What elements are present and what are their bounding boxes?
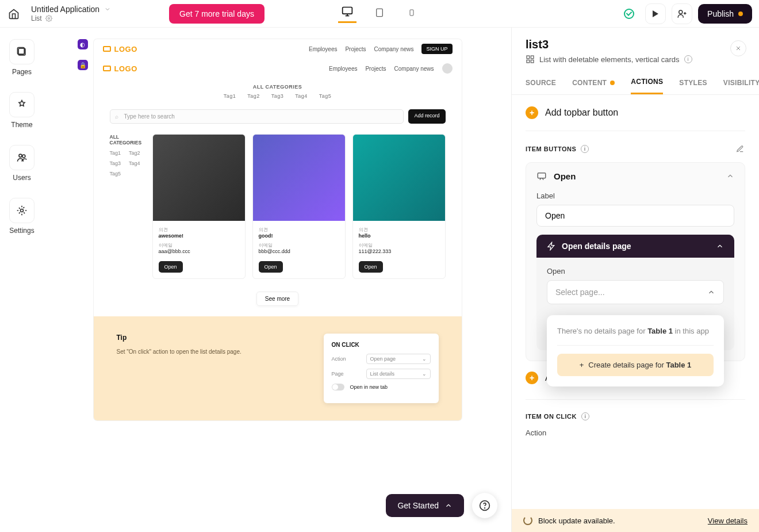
private-page-chip-icon[interactable]: 🔒 bbox=[78, 60, 88, 70]
svg-rect-22 bbox=[538, 173, 546, 178]
all-categories-label: ALL CATEGORIES bbox=[94, 84, 462, 90]
close-icon bbox=[735, 45, 742, 52]
tag[interactable]: Tag1 bbox=[224, 93, 236, 99]
status-ok-button[interactable] bbox=[619, 3, 639, 24]
sidebar-tag[interactable]: Tag5 bbox=[110, 171, 144, 177]
desktop-icon bbox=[342, 6, 353, 17]
search-input[interactable]: ⌕ Type here to search bbox=[110, 109, 404, 124]
tip-action-select[interactable]: Open page⌄ bbox=[366, 354, 431, 364]
publish-button[interactable]: Publish bbox=[698, 4, 752, 24]
play-button[interactable] bbox=[645, 3, 666, 24]
card-open-button[interactable]: Open bbox=[359, 261, 383, 273]
signup-button[interactable]: SIGN UP bbox=[421, 44, 452, 54]
breadcrumb[interactable]: List bbox=[31, 14, 146, 22]
dropdown-empty-text: There's no details page for Table 1 in t… bbox=[557, 326, 714, 346]
tip-newtab-toggle[interactable] bbox=[332, 384, 344, 391]
list-card[interactable]: 의견 awesome! 이메일 aaa@bbb.ccc Open bbox=[152, 134, 246, 279]
list-card[interactable]: 의견 hello 이메일 111@222.333 Open bbox=[352, 134, 446, 279]
tag[interactable]: Tag5 bbox=[319, 93, 332, 99]
public-page-chip-icon[interactable]: ◐ bbox=[78, 39, 88, 49]
list-card[interactable]: 의견 good! 이메일 bbb@ccc.ddd Open bbox=[252, 134, 346, 279]
preview-canvas[interactable]: ◐ LOGO Employees Projects Company news S… bbox=[94, 39, 462, 420]
device-switcher bbox=[338, 5, 421, 23]
select-placeholder: Select page... bbox=[555, 288, 605, 297]
app-title: Untitled Application bbox=[31, 5, 99, 14]
card-field-value: hello bbox=[359, 233, 439, 239]
panel-body: + Add topbar button ITEM BUTTONS i Open bbox=[512, 95, 759, 532]
open-details-header[interactable]: Open details page bbox=[536, 235, 734, 258]
tab-visibility[interactable]: VISIBILITY bbox=[723, 71, 759, 94]
nav-theme[interactable]: Theme bbox=[9, 92, 34, 129]
close-panel-button[interactable] bbox=[730, 40, 746, 56]
tab-content[interactable]: CONTENT bbox=[572, 71, 615, 94]
trial-button[interactable]: Get 7 more trial days bbox=[169, 4, 264, 24]
see-more-button[interactable]: See more bbox=[256, 292, 298, 306]
device-desktop-button[interactable] bbox=[338, 5, 356, 23]
app-title-row[interactable]: Untitled Application bbox=[31, 5, 146, 14]
info-icon[interactable]: i bbox=[684, 55, 692, 63]
sidebar-tag[interactable]: Tag3 bbox=[110, 160, 121, 166]
get-started-button[interactable]: Get Started bbox=[386, 494, 464, 517]
card-field-label: 이메일 bbox=[159, 242, 239, 248]
card-open-button[interactable]: Open bbox=[159, 261, 183, 273]
tag[interactable]: Tag2 bbox=[247, 93, 260, 99]
add-topbar-label: Add topbar button bbox=[545, 108, 618, 118]
preview-header-private: LOGO Employees Projects Company news bbox=[94, 59, 462, 78]
view-details-link[interactable]: View details bbox=[708, 516, 747, 525]
cursor-icon bbox=[536, 171, 547, 181]
tab-styles[interactable]: STYLES bbox=[679, 71, 707, 94]
panel-description: List with deletable elements, vertical c… bbox=[526, 55, 745, 64]
svg-rect-19 bbox=[531, 60, 534, 63]
nav-link[interactable]: Company news bbox=[394, 66, 434, 72]
nav-link[interactable]: Employees bbox=[329, 66, 357, 72]
info-icon[interactable]: i bbox=[581, 412, 589, 420]
card-field-value: aaa@bbb.ccc bbox=[159, 248, 239, 254]
device-tablet-button[interactable] bbox=[370, 5, 389, 23]
nav-pages[interactable]: Pages bbox=[9, 39, 34, 76]
label-input[interactable] bbox=[536, 205, 734, 227]
edit-icon[interactable] bbox=[735, 144, 745, 154]
sidebar-tag[interactable]: Tag4 bbox=[129, 160, 140, 166]
open-action-header[interactable]: Open bbox=[526, 163, 745, 189]
properties-panel: list3 List with deletable elements, vert… bbox=[511, 28, 759, 532]
app-title-wrap: Untitled Application List bbox=[31, 5, 146, 22]
card-open-button[interactable]: Open bbox=[259, 261, 283, 273]
plus-circle-icon: + bbox=[526, 372, 538, 384]
nav-link[interactable]: Projects bbox=[345, 46, 366, 52]
add-record-button[interactable]: Add record bbox=[408, 109, 445, 124]
svg-point-0 bbox=[48, 18, 49, 20]
topbar: Untitled Application List Get 7 more tri… bbox=[0, 0, 759, 28]
nav-link[interactable]: Projects bbox=[365, 66, 386, 72]
tip-title: Tip bbox=[117, 334, 289, 342]
sidebar-tag[interactable]: Tag1 bbox=[110, 150, 121, 156]
home-button[interactable] bbox=[7, 7, 21, 21]
sidebar-tag[interactable]: Tag2 bbox=[129, 150, 140, 156]
nav-users[interactable]: Users bbox=[9, 145, 34, 182]
tab-actions[interactable]: ACTIONS bbox=[631, 71, 663, 94]
select-page-dropdown[interactable]: Select page... bbox=[547, 280, 724, 304]
panel-title: list3 bbox=[526, 38, 745, 51]
device-mobile-button[interactable] bbox=[402, 5, 421, 23]
tag[interactable]: Tag3 bbox=[271, 93, 284, 99]
help-button[interactable] bbox=[472, 493, 497, 518]
item-buttons-heading: ITEM BUTTONS i bbox=[526, 144, 745, 154]
avatar-icon[interactable] bbox=[442, 63, 453, 74]
tag[interactable]: Tag4 bbox=[295, 93, 308, 99]
invite-user-button[interactable] bbox=[672, 3, 692, 24]
publish-label: Publish bbox=[707, 9, 734, 18]
nav-settings-label: Settings bbox=[9, 227, 34, 235]
update-notification-bar: Block update available. View details bbox=[512, 509, 759, 532]
nav-settings[interactable]: Settings bbox=[9, 198, 34, 235]
svg-rect-5 bbox=[410, 10, 413, 16]
info-icon[interactable]: i bbox=[581, 145, 589, 153]
tab-source[interactable]: SOURCE bbox=[526, 71, 556, 94]
tip-page-select[interactable]: List details⌄ bbox=[366, 369, 431, 379]
nav-theme-label: Theme bbox=[11, 121, 32, 129]
create-details-page-button[interactable]: + Create details page for Table 1 bbox=[557, 354, 714, 376]
sync-icon bbox=[523, 516, 532, 525]
nav-link[interactable]: Employees bbox=[309, 46, 337, 52]
nav-link[interactable]: Company news bbox=[374, 46, 414, 52]
plus-icon: + bbox=[580, 361, 584, 369]
tablet-icon bbox=[375, 7, 384, 18]
add-topbar-button[interactable]: + Add topbar button bbox=[526, 103, 745, 131]
